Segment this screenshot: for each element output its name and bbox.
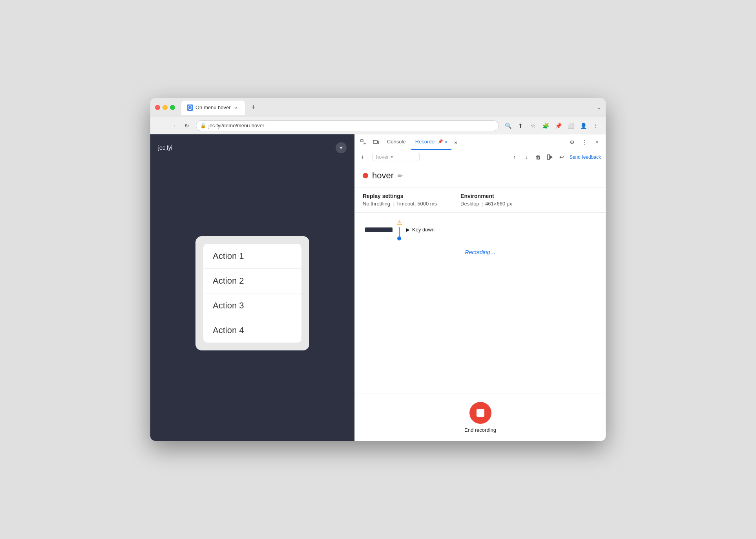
- env-size: 461×660 px: [485, 201, 512, 207]
- traffic-lights: [155, 105, 175, 110]
- svg-rect-3: [378, 141, 379, 143]
- chevron-down-icon[interactable]: ⌄: [597, 105, 601, 110]
- maximize-traffic-light[interactable]: [170, 105, 175, 110]
- devtools-panel: Console Recorder 📌 × » ⚙ ⋮ × +: [354, 134, 606, 441]
- delete-button[interactable]: 🗑: [533, 152, 544, 163]
- more-tabs-icon[interactable]: »: [453, 139, 459, 145]
- title-bar: On menu hover × + ⌄: [150, 98, 606, 117]
- step-connector-line: [399, 227, 400, 236]
- brand-label: jec.fyi: [158, 145, 172, 151]
- tab-console[interactable]: Console: [383, 134, 410, 150]
- end-recording-area: End recording: [355, 394, 606, 441]
- search-button[interactable]: 🔍: [502, 120, 514, 132]
- menu-card: Action 1 Action 2 Action 3 Action 4: [203, 244, 301, 343]
- bookmark-button[interactable]: ☆: [527, 120, 539, 132]
- tab-recorder[interactable]: Recorder 📌 ×: [411, 134, 451, 150]
- new-tab-button[interactable]: +: [248, 102, 259, 113]
- svg-rect-2: [373, 140, 377, 143]
- export-button[interactable]: ↑: [509, 152, 520, 163]
- pipe-separator-2: |: [482, 201, 483, 207]
- tab-close-button[interactable]: ×: [233, 104, 239, 111]
- replay-settings-section: Replay settings No throttling | Timeout:…: [355, 187, 606, 213]
- recording-status-label: Recording…: [355, 243, 606, 262]
- svg-rect-1: [361, 139, 363, 142]
- devtools-more-options-button[interactable]: ⋮: [579, 137, 590, 148]
- replay-col-env: Environment Desktop | 461×660 px: [460, 193, 512, 207]
- menu-item-1[interactable]: Action 1: [203, 244, 301, 269]
- recording-name: hover: [372, 170, 394, 181]
- main-content: jec.fyi ☀ Action 1 Action 2 Action 3 Act…: [150, 134, 606, 441]
- svg-marker-5: [550, 156, 553, 159]
- menu-item-4[interactable]: Action 4: [203, 318, 301, 343]
- extensions-button[interactable]: 🧩: [540, 120, 551, 132]
- webpage-header: jec.fyi ☀: [158, 142, 347, 153]
- recorder-pin-icon: 📌: [438, 139, 443, 144]
- recorder-close-icon[interactable]: ×: [445, 139, 447, 144]
- step-dot: [397, 236, 401, 240]
- devtools-close-button[interactable]: ×: [592, 137, 603, 148]
- devtools-header: Console Recorder 📌 × » ⚙ ⋮ ×: [355, 134, 606, 150]
- add-recording-button[interactable]: +: [358, 152, 367, 162]
- tab-title: On menu hover: [195, 104, 231, 110]
- inspect-element-button[interactable]: [358, 137, 369, 148]
- step-expand-icon: ▶: [406, 227, 410, 233]
- profile-button[interactable]: 👤: [577, 120, 589, 132]
- step-name: Key down: [412, 227, 435, 233]
- browser-tab[interactable]: On menu hover ×: [181, 101, 245, 115]
- replay-button[interactable]: [544, 152, 555, 163]
- close-traffic-light[interactable]: [155, 105, 160, 110]
- replay-col-settings: Replay settings No throttling | Timeout:…: [363, 193, 437, 207]
- steps-area: ⚠ ▶ Key down Recording…: [355, 213, 606, 394]
- recorder-actions: ↑ ↓ 🗑 ↩ Send feedback: [509, 152, 603, 163]
- forward-button[interactable]: →: [168, 120, 179, 132]
- nav-actions: 🔍 ⬆ ☆ 🧩 📌 ⬜ 👤 ⋮: [502, 120, 602, 132]
- edit-recording-name-icon[interactable]: ✏: [398, 172, 403, 180]
- recording-indicator-dot: [363, 173, 368, 178]
- reload-button[interactable]: ↻: [181, 120, 193, 132]
- env-value: Desktop: [460, 201, 479, 207]
- tab-favicon: [187, 104, 193, 111]
- recording-selector[interactable]: hover ▾: [373, 153, 420, 161]
- environment-detail: Desktop | 461×660 px: [460, 201, 512, 207]
- lock-icon: 🔒: [200, 123, 206, 128]
- menu-item-2[interactable]: Action 2: [203, 269, 301, 293]
- browser-window: On menu hover × + ⌄ ← → ↻ 🔒 jec.fyi/demo…: [150, 98, 606, 441]
- table-row: ⚠ ▶ Key down: [355, 216, 606, 243]
- throttling-value: No throttling: [363, 201, 390, 207]
- send-feedback-link[interactable]: Send feedback: [568, 154, 603, 161]
- devtools-settings-button[interactable]: ⚙: [566, 137, 577, 148]
- menu-button[interactable]: ⋮: [590, 120, 602, 132]
- replay-settings-detail: No throttling | Timeout: 5000 ms: [363, 201, 437, 207]
- dropdown-value: hover: [376, 154, 389, 160]
- undo-button[interactable]: ↩: [556, 152, 567, 163]
- svg-rect-4: [548, 155, 550, 160]
- step-warning-icon: ⚠: [396, 219, 402, 226]
- minimize-traffic-light[interactable]: [163, 105, 168, 110]
- url-text: jec.fyi/demo/menu-hover: [208, 123, 495, 128]
- webpage-panel: jec.fyi ☀ Action 1 Action 2 Action 3 Act…: [150, 134, 354, 441]
- device-toggle-button[interactable]: [371, 137, 382, 148]
- import-button[interactable]: ↓: [521, 152, 532, 163]
- environment-title: Environment: [460, 193, 512, 199]
- cast-button[interactable]: ⬜: [565, 120, 577, 132]
- pin-button[interactable]: 📌: [552, 120, 564, 132]
- replay-settings-title: Replay settings: [363, 193, 437, 199]
- end-recording-button[interactable]: [469, 402, 491, 424]
- recording-header: hover ✏: [355, 164, 606, 187]
- address-bar[interactable]: 🔒 jec.fyi/demo/menu-hover: [196, 120, 499, 131]
- recorder-toolbar: + hover ▾ ↑ ↓ 🗑 ↩ Send feedback: [355, 150, 606, 164]
- stop-icon: [477, 409, 484, 417]
- menu-item-3[interactable]: Action 3: [203, 293, 301, 318]
- step-label[interactable]: ▶ Key down: [406, 227, 435, 233]
- step-timeline: [361, 222, 393, 238]
- pipe-separator: |: [393, 201, 394, 207]
- end-recording-label: End recording: [464, 427, 496, 433]
- share-button[interactable]: ⬆: [515, 120, 526, 132]
- toolbar-divider: [370, 153, 370, 161]
- nav-bar: ← → ↻ 🔒 jec.fyi/demo/menu-hover 🔍 ⬆ ☆ 🧩 …: [150, 117, 606, 134]
- dropdown-arrow-icon: ▾: [391, 154, 393, 160]
- theme-toggle-button[interactable]: ☀: [336, 142, 347, 153]
- back-button[interactable]: ←: [154, 120, 166, 132]
- step-duration-bar: [365, 227, 393, 232]
- menu-card-container: Action 1 Action 2 Action 3 Action 4: [195, 236, 309, 350]
